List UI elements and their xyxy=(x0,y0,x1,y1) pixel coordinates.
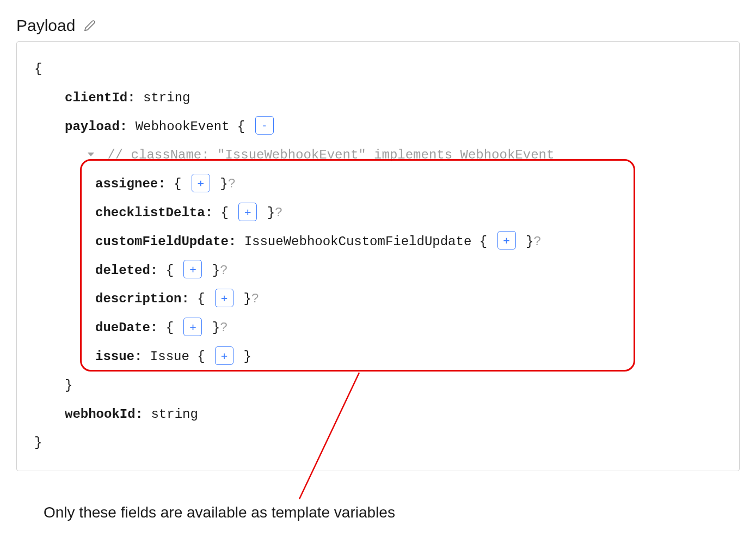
field-type: WebhookEvent { xyxy=(136,119,245,134)
classname-comment-row[interactable]: // className: "IssueWebhookEvent" implem… xyxy=(34,141,726,170)
optional-marker: ? xyxy=(533,234,541,249)
classname-comment: // className: "IssueWebhookEvent" implem… xyxy=(107,148,554,162)
brace-close: } xyxy=(212,320,220,335)
brace-close: } xyxy=(267,205,275,220)
chevron-down-icon xyxy=(88,153,94,156)
brace-close: } xyxy=(243,349,251,364)
field-key: webhookId: xyxy=(65,407,143,422)
expand-button[interactable]: + xyxy=(215,346,233,365)
expand-button[interactable]: + xyxy=(215,289,233,307)
field-webhookId: webhookId: string xyxy=(34,400,726,429)
field-key: deleted: xyxy=(95,263,158,278)
brace-close: } xyxy=(212,263,220,278)
brace-close: } xyxy=(34,429,726,458)
optional-marker: ? xyxy=(220,263,228,278)
field-key: issue: xyxy=(95,349,142,364)
field-key: description: xyxy=(95,291,189,306)
expand-button[interactable]: + xyxy=(183,260,202,278)
brace-open: { xyxy=(34,55,726,84)
expand-button[interactable]: + xyxy=(497,231,516,249)
expand-button[interactable]: + xyxy=(183,318,202,336)
field-key: clientId: xyxy=(65,90,136,105)
payload-schema-box: { clientId: string payload: WebhookEvent… xyxy=(16,41,740,471)
field-key: customFieldUpdate: xyxy=(95,234,236,249)
field-customFieldUpdate: customFieldUpdate: IssueWebhookCustomFie… xyxy=(34,228,726,257)
field-type: IssueWebhookCustomFieldUpdate { xyxy=(244,234,487,249)
section-header: Payload xyxy=(16,16,740,35)
brace-close: } xyxy=(243,291,251,306)
field-key: assignee: xyxy=(95,176,166,191)
field-dueDate: dueDate: { + }? xyxy=(34,314,726,343)
optional-marker: ? xyxy=(251,291,259,306)
brace-close: } xyxy=(526,234,533,249)
field-checklistDelta: checklistDelta: { + }? xyxy=(34,199,726,228)
brace-open: { xyxy=(166,263,174,278)
field-description: description: { + }? xyxy=(34,285,726,314)
optional-marker: ? xyxy=(275,205,282,220)
annotation-text: Only these fields are available as templ… xyxy=(16,504,740,521)
brace-open: { xyxy=(174,176,181,191)
payload-close-brace: } xyxy=(34,372,726,400)
collapse-button[interactable]: - xyxy=(255,116,274,135)
field-payload: payload: WebhookEvent { - xyxy=(34,113,726,142)
optional-marker: ? xyxy=(228,176,236,191)
edit-icon[interactable] xyxy=(84,20,96,32)
field-type: Issue { xyxy=(150,349,205,364)
brace-close: } xyxy=(220,176,228,191)
optional-marker: ? xyxy=(220,320,228,335)
expand-button[interactable]: + xyxy=(238,203,257,221)
field-deleted: deleted: { + }? xyxy=(34,257,726,285)
expand-button[interactable]: + xyxy=(192,174,210,192)
field-key: payload: xyxy=(65,119,127,134)
field-issue: issue: Issue { + } xyxy=(34,343,726,372)
brace-open: { xyxy=(166,320,174,335)
field-type: string xyxy=(143,90,190,105)
brace-open: { xyxy=(197,291,205,306)
field-assignee: assignee: { + }? xyxy=(34,170,726,199)
field-type: string xyxy=(151,407,198,422)
brace-open: { xyxy=(220,205,228,220)
field-clientId: clientId: string xyxy=(34,84,726,113)
field-key: dueDate: xyxy=(95,320,158,335)
section-title: Payload xyxy=(16,16,75,35)
field-key: checklistDelta: xyxy=(95,205,213,220)
